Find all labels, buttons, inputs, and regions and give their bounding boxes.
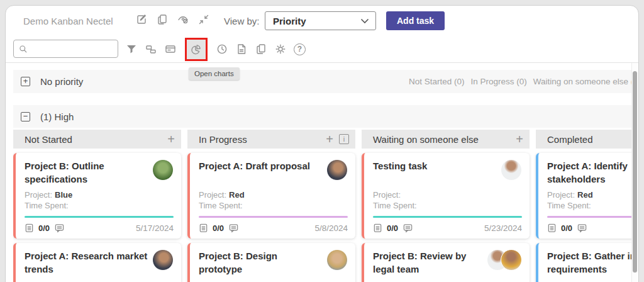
column-title: Waiting on someone else [373, 134, 516, 145]
progress-bar [547, 216, 631, 218]
duplicate-icon[interactable] [156, 13, 169, 26]
column-not-started: Not Started + Project B: Outline specifi… [13, 130, 181, 282]
project-value: Red [229, 190, 245, 200]
avatar [152, 249, 174, 271]
project-label: Project: [373, 190, 401, 200]
progress-bar [25, 216, 174, 218]
header-icon-group [135, 13, 210, 26]
vertical-scrollbar [631, 63, 638, 282]
due-date: 5/8/2024 [314, 223, 348, 233]
task-card[interactable]: Testing task Project: Time Spent: 0/0 5/… [362, 153, 530, 239]
progress-bar [199, 216, 348, 218]
checklist-icon [373, 223, 382, 233]
checklist-count: 0/0 [561, 223, 572, 233]
time-spent-label: Time Spent: [199, 201, 243, 210]
search-input[interactable] [28, 44, 113, 54]
column-header: Waiting on someone else + [362, 130, 530, 149]
section-high-priority: − (1) High [13, 105, 631, 128]
column-title: Completed [547, 134, 631, 145]
due-date: 5/17/2024 [136, 223, 174, 233]
column-in-progress: In Progress + i Project A: Draft proposa… [187, 130, 355, 282]
section-label: (1) High [40, 111, 74, 122]
avatar [326, 249, 348, 271]
card-title: Project A: Research market trends [25, 249, 152, 279]
hide-eye-icon[interactable] [177, 13, 189, 26]
add-task-button[interactable]: Add task [386, 11, 445, 30]
board-title: Demo Kanban Nectel [23, 16, 113, 26]
project-value: Blue [55, 190, 72, 200]
task-card[interactable]: Project B: Gather initial requirements P… [536, 243, 631, 282]
settings-icon[interactable] [274, 43, 287, 55]
project-value: Red [577, 190, 593, 200]
toolbar-icon-group: ? [125, 40, 306, 59]
avatar [152, 159, 174, 181]
add-card-icon[interactable]: + [326, 133, 333, 145]
swimlane-icon[interactable] [145, 43, 157, 55]
card-title: Project A: Identify stakeholders [547, 159, 631, 189]
column-completed: Completed + Project A: Identify stakehol… [536, 130, 631, 282]
project-label: Project: [547, 190, 575, 200]
add-card-icon[interactable]: + [516, 133, 523, 145]
column-title: In Progress [199, 134, 326, 145]
help-icon[interactable]: ? [294, 43, 306, 55]
collapse-icon[interactable] [197, 13, 210, 26]
copy-pages-icon[interactable] [255, 43, 267, 55]
card-title: Project B: Design prototype [199, 249, 326, 279]
task-card[interactable]: Project B: Outline specifications Projec… [13, 153, 181, 239]
task-card[interactable]: Project A: Draft proposal Project:Red Ti… [187, 153, 355, 239]
search-icon [18, 44, 28, 54]
due-date: 5/23/2024 [484, 223, 522, 233]
card-title: Project B: Gather initial requirements [547, 249, 631, 279]
count-in-progress: In Progress (0) [471, 77, 527, 86]
task-card[interactable]: Project A: Research market trends Projec… [13, 243, 181, 282]
card-view-icon[interactable] [164, 43, 177, 55]
column-info-icon[interactable]: i [339, 134, 349, 144]
open-charts-icon[interactable] [190, 43, 203, 55]
time-icon[interactable] [216, 43, 228, 55]
card-title: Project A: Draft proposal [199, 159, 326, 189]
checklist-count: 0/0 [38, 223, 50, 233]
add-card-icon[interactable]: + [167, 133, 175, 145]
checklist-count: 0/0 [213, 223, 224, 233]
card-title: Testing task [373, 159, 501, 189]
column-waiting: Waiting on someone else + Testing task P… [362, 130, 530, 282]
toolbar-divider [6, 62, 638, 63]
pdf-export-icon[interactable] [235, 43, 248, 55]
project-label: Project: [25, 190, 52, 200]
count-not-started: Not Started (0) [409, 77, 465, 86]
task-card[interactable]: Project A: Identify stakeholders Project… [536, 153, 631, 239]
comment-icon [577, 223, 587, 233]
comment-icon [54, 223, 65, 233]
section-no-priority: + No priority Not Started (0) In Progres… [13, 70, 631, 93]
section-status-counts: Not Started (0) In Progress (0) Waiting … [409, 70, 631, 93]
task-card[interactable]: Project B: Design prototype Project:Blue [187, 243, 355, 282]
column-header: In Progress + i [187, 130, 355, 149]
scrollbar-thumb[interactable] [633, 71, 637, 273]
checklist-count: 0/0 [387, 223, 398, 233]
column-header: Completed + [536, 130, 631, 149]
collapse-section-icon[interactable]: − [21, 112, 30, 121]
avatar [501, 159, 522, 181]
view-by-dropdown[interactable]: Priority [265, 11, 376, 30]
comment-icon [402, 223, 413, 233]
section-label: No priority [40, 76, 83, 87]
filter-icon[interactable] [125, 43, 138, 55]
search-box[interactable] [13, 40, 118, 58]
avatar [326, 159, 348, 181]
checklist-icon [25, 223, 34, 233]
kanban-app-window: Demo Kanban Nectel View by: Priority Add… [5, 5, 639, 282]
progress-bar [373, 216, 522, 218]
time-spent-label: Time Spent: [547, 201, 591, 210]
expand-icon[interactable]: + [21, 77, 30, 86]
checklist-icon [547, 223, 557, 233]
view-by-value: Priority [273, 16, 306, 26]
card-title: Project B: Outline specifications [25, 159, 152, 189]
card-title: Project B: Review by legal team [373, 249, 487, 279]
time-spent-label: Time Spent: [373, 201, 417, 210]
avatar [501, 249, 522, 271]
edit-icon[interactable] [135, 13, 148, 26]
open-charts-highlight [185, 38, 208, 61]
task-card[interactable]: Project B: Review by legal team Project:… [362, 243, 530, 282]
comment-icon [228, 223, 239, 233]
time-spent-label: Time Spent: [25, 201, 69, 210]
